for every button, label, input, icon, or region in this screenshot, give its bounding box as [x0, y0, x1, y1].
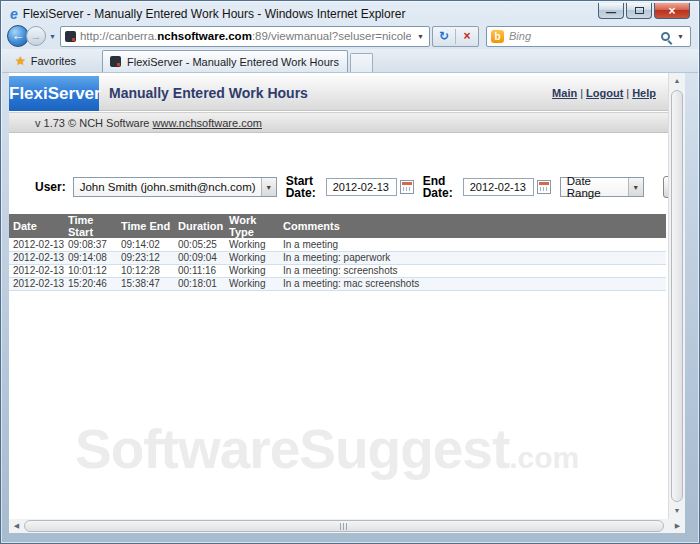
- url-text: http://canberra.nchsoftware.com:89/viewm…: [80, 30, 411, 42]
- cell-date: 2012-02-13: [9, 264, 64, 277]
- cell-date: 2012-02-13: [9, 238, 64, 251]
- start-date-input[interactable]: [326, 178, 397, 196]
- col-duration: Duration: [174, 214, 225, 238]
- url-domain: nchsoftware.com: [157, 30, 252, 42]
- cell-time-start: 09:14:08: [64, 251, 117, 264]
- horizontal-scroll-thumb[interactable]: [24, 520, 664, 532]
- window-title: FlexiServer - Manually Entered Work Hour…: [23, 7, 406, 21]
- date-range-value: Date Range: [567, 175, 628, 199]
- page-header: FlexiServer Manually Entered Work Hours …: [9, 76, 668, 111]
- cell-duration: 00:11:16: [174, 264, 225, 277]
- tab-flexiserver[interactable]: FlexiServer - Manually Entered Work Hour…: [102, 50, 348, 72]
- favorites-button[interactable]: ★ Favorites: [8, 51, 88, 71]
- vertical-scrollbar[interactable]: ▲ ▼: [668, 73, 685, 519]
- col-time-end: Time End: [117, 214, 174, 238]
- cell-work-type: Working: [225, 277, 279, 290]
- table-row: 2012-02-13 09:08:37 09:14:02 00:05:25 Wo…: [9, 238, 666, 251]
- cell-time-end: 09:23:12: [117, 251, 174, 264]
- minimize-icon: —: [606, 11, 616, 15]
- forward-button[interactable]: →: [26, 26, 46, 46]
- search-icon[interactable]: [661, 32, 670, 41]
- table-row: 2012-02-13 15:20:46 15:38:47 00:18:01 Wo…: [9, 277, 666, 290]
- close-button[interactable]: ×: [654, 3, 690, 19]
- page-viewport: FlexiServer Manually Entered Work Hours …: [9, 73, 668, 519]
- refresh-button[interactable]: ↻: [433, 27, 455, 46]
- user-select-value: John Smith (john.smith@nch.com): [80, 181, 256, 193]
- site-favicon: [65, 31, 76, 42]
- scroll-down-icon[interactable]: ▼: [669, 503, 685, 519]
- cell-comments: In a meeting: [279, 238, 666, 251]
- navigation-bar: ← → ▼ http://canberra.nchsoftware.com:89…: [1, 23, 699, 49]
- cell-duration: 00:05:25: [174, 238, 225, 251]
- table-row: 2012-02-13 09:14:08 09:23:12 00:09:04 Wo…: [9, 251, 666, 264]
- maximize-button[interactable]: [626, 3, 652, 19]
- start-calendar-icon[interactable]: [400, 180, 414, 194]
- cell-date: 2012-02-13: [9, 251, 64, 264]
- close-icon: ×: [668, 4, 675, 18]
- cell-time-end: 10:12:28: [117, 264, 174, 277]
- search-form: User: John Smith (john.smith@nch.com) ▼ …: [35, 175, 668, 199]
- cell-time-start: 09:08:37: [64, 238, 117, 251]
- start-date-label: Start Date:: [286, 175, 323, 199]
- back-icon: ←: [12, 28, 25, 43]
- scroll-left-icon[interactable]: ◀: [9, 519, 24, 533]
- end-calendar-icon[interactable]: [537, 180, 551, 194]
- tab-bar: ★ Favorites FlexiServer - Manually Enter…: [2, 49, 698, 73]
- cell-work-type: Working: [225, 264, 279, 277]
- scroll-up-icon[interactable]: ▲: [669, 73, 685, 89]
- tab-title: FlexiServer - Manually Entered Work Hour…: [127, 56, 339, 68]
- scroll-grip-icon: [340, 523, 348, 530]
- forward-icon: →: [31, 30, 42, 42]
- cell-duration: 00:18:01: [174, 277, 225, 290]
- end-date-label: End Date:: [423, 175, 460, 199]
- scroll-right-icon[interactable]: ▶: [670, 519, 685, 533]
- help-link[interactable]: Help: [632, 87, 656, 99]
- address-dropdown-icon[interactable]: ▼: [415, 33, 426, 40]
- horizontal-scrollbar[interactable]: ◀ ▶: [9, 519, 685, 533]
- logout-link[interactable]: Logout: [586, 87, 623, 99]
- minimize-button[interactable]: —: [598, 3, 624, 19]
- page-controls: ↻ ×: [432, 26, 479, 47]
- window-controls: — ×: [598, 3, 690, 19]
- bing-search-box[interactable]: b Bing ▼: [486, 26, 691, 47]
- version-text: v 1.73 © NCH Software: [35, 117, 149, 129]
- history-dropdown-icon[interactable]: ▼: [49, 33, 56, 40]
- cell-date: 2012-02-13: [9, 277, 64, 290]
- new-tab-button[interactable]: [350, 53, 373, 72]
- cell-time-start: 15:20:46: [64, 277, 117, 290]
- cell-comments: In a meeting: mac screenshots: [279, 277, 666, 290]
- nchsoftware-link[interactable]: www.nchsoftware.com: [153, 117, 262, 129]
- watermark-text: SoftwareSuggest: [75, 418, 509, 480]
- chevron-down-icon: ▼: [261, 178, 276, 196]
- main-link[interactable]: Main: [552, 87, 577, 99]
- address-bar[interactable]: http://canberra.nchsoftware.com:89/viewm…: [60, 26, 430, 47]
- favorites-star-icon: ★: [15, 54, 26, 68]
- date-range-select[interactable]: Date Range ▼: [560, 177, 644, 197]
- bing-search-placeholder: Bing: [509, 30, 656, 42]
- end-date-input[interactable]: [463, 178, 534, 196]
- link-separator: |: [577, 87, 586, 99]
- search-dropdown-icon[interactable]: ▼: [675, 33, 686, 40]
- flexiserver-brand: FlexiServer: [9, 76, 99, 111]
- cell-time-end: 09:14:02: [117, 238, 174, 251]
- title-bar[interactable]: e FlexiServer - Manually Entered Work Ho…: [1, 1, 699, 23]
- page-title: Manually Entered Work Hours: [109, 76, 308, 111]
- user-label: User:: [35, 180, 66, 194]
- table-row: 2012-02-13 10:01:12 10:12:28 00:11:16 Wo…: [9, 264, 666, 277]
- user-select[interactable]: John Smith (john.smith@nch.com) ▼: [73, 177, 277, 197]
- watermark-suffix: .com: [509, 441, 579, 474]
- header-links: Main|Logout|Help: [552, 76, 656, 111]
- version-bar: v 1.73 © NCH Software www.nchsoftware.co…: [9, 112, 668, 133]
- col-comments: Comments: [279, 214, 666, 238]
- table-header-row: Date Time Start Time End Duration Work T…: [9, 214, 666, 238]
- vertical-scroll-thumb[interactable]: [671, 90, 683, 502]
- bing-logo-icon: b: [491, 30, 504, 43]
- cell-comments: In a meeting: screenshots: [279, 264, 666, 277]
- col-work-type: Work Type: [225, 214, 279, 238]
- url-suffix: :89/viewmanual?seluser=nicole.kipp@nchsc: [252, 30, 411, 42]
- work-hours-table: Date Time Start Time End Duration Work T…: [9, 214, 666, 291]
- favorites-label: Favorites: [31, 55, 76, 67]
- stop-button[interactable]: ×: [456, 27, 478, 46]
- ie-logo-icon: e: [10, 8, 18, 20]
- maximize-icon: [635, 7, 644, 14]
